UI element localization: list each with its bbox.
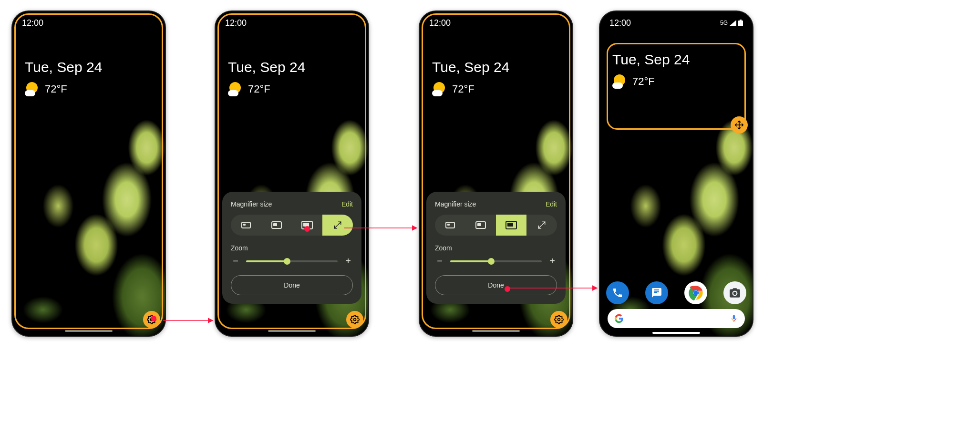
- date-weather-widget[interactable]: Tue, Sep 24 72°F: [25, 59, 102, 96]
- status-bar: 12:00: [420, 11, 572, 34]
- done-button[interactable]: Done: [435, 275, 557, 295]
- panel-title: Magnifier size: [231, 200, 272, 208]
- svg-point-8: [693, 290, 698, 295]
- mic-icon[interactable]: [730, 314, 738, 323]
- nav-handle[interactable]: [65, 330, 113, 332]
- weather-icon: [432, 82, 446, 96]
- svg-point-9: [733, 292, 737, 295]
- size-option-fullscreen[interactable]: [322, 215, 353, 236]
- google-search-bar[interactable]: [608, 309, 745, 328]
- camera-icon: [729, 287, 741, 299]
- size-segmented-control: [435, 215, 557, 236]
- flow-arrow-1: [163, 318, 217, 323]
- zoom-fill: [450, 260, 491, 262]
- date-weather-widget[interactable]: Tue, Sep 24 72°F: [432, 59, 509, 96]
- size-medium-icon: [475, 221, 486, 229]
- zoom-out-button[interactable]: −: [231, 256, 240, 267]
- magnifier-panel: Magnifier size Edit Zoom − + Done: [426, 192, 566, 304]
- panel-title: Magnifier size: [435, 200, 476, 208]
- date-text: Tue, Sep 24: [432, 59, 509, 75]
- messages-app[interactable]: [645, 281, 668, 304]
- weather-row: 72°F: [228, 82, 305, 96]
- status-time: 12:00: [609, 18, 631, 28]
- size-medium-icon: [271, 221, 282, 229]
- zoom-slider-row: − +: [231, 256, 353, 267]
- zoom-fill: [246, 260, 287, 262]
- magnification-settings-button[interactable]: [346, 311, 363, 328]
- google-g-icon: [614, 314, 624, 323]
- temperature-text: 72°F: [45, 83, 67, 95]
- chat-icon: [651, 287, 662, 299]
- size-large-icon: [505, 221, 517, 229]
- magnifier-panel: Magnifier size Edit Zoom − + Done: [222, 192, 361, 304]
- app-dock: [600, 281, 753, 304]
- zoom-slider[interactable]: [450, 260, 542, 262]
- screen-2: 12:00 Tue, Sep 24 72°F Magnifier size Ed…: [215, 10, 369, 337]
- zoom-thumb[interactable]: [488, 258, 495, 265]
- expand-icon: [333, 221, 342, 229]
- size-option-large[interactable]: [292, 215, 322, 236]
- touch-indicator: [505, 286, 510, 292]
- zoom-in-button[interactable]: +: [547, 256, 557, 267]
- svg-rect-4: [740, 20, 742, 21]
- chrome-icon: [685, 282, 706, 303]
- date-weather-widget[interactable]: Tue, Sep 24 72°F: [228, 59, 305, 96]
- touch-indicator: [151, 316, 156, 321]
- weather-row: 72°F: [432, 82, 509, 96]
- temperature-text: 72°F: [248, 83, 270, 95]
- size-option-medium[interactable]: [465, 215, 496, 236]
- status-bar: 12:00: [216, 11, 368, 34]
- magnification-move-handle[interactable]: [731, 116, 748, 134]
- zoom-in-button[interactable]: +: [343, 256, 353, 267]
- expand-icon: [537, 221, 546, 229]
- status-time: 12:00: [22, 18, 43, 28]
- status-bar: 12:00 5G: [600, 11, 753, 34]
- screen-4: 12:00 5G Tue, Sep 24 72°F: [599, 10, 753, 337]
- weather-row: 72°F: [612, 74, 690, 89]
- camera-app[interactable]: [723, 281, 746, 304]
- magnification-settings-button[interactable]: [550, 311, 567, 328]
- zoom-label: Zoom: [435, 244, 557, 252]
- screen-1: 12:00 Tue, Sep 24 72°F: [11, 10, 166, 337]
- zoom-slider-row: − +: [435, 256, 557, 267]
- zoom-label: Zoom: [231, 244, 353, 252]
- edit-link[interactable]: Edit: [546, 200, 557, 208]
- gear-icon: [350, 315, 360, 324]
- panel-header: Magnifier size Edit: [435, 200, 557, 208]
- phone-icon: [612, 287, 623, 299]
- touch-indicator: [304, 226, 310, 232]
- signal-icon: [730, 20, 736, 26]
- nav-handle[interactable]: [472, 330, 520, 332]
- panel-header: Magnifier size Edit: [231, 200, 353, 208]
- weather-icon: [612, 74, 627, 89]
- svg-point-2: [558, 319, 560, 321]
- battery-icon: [738, 20, 743, 26]
- svg-rect-3: [738, 21, 743, 26]
- zoom-out-button[interactable]: −: [435, 256, 444, 267]
- nav-handle[interactable]: [652, 332, 700, 334]
- size-small-icon: [445, 222, 455, 228]
- date-weather-widget[interactable]: Tue, Sep 24 72°F: [612, 52, 690, 89]
- date-text: Tue, Sep 24: [228, 59, 305, 75]
- weather-row: 72°F: [25, 82, 102, 96]
- zoom-thumb[interactable]: [284, 258, 290, 265]
- svg-point-1: [354, 319, 356, 321]
- zoom-slider[interactable]: [246, 260, 338, 262]
- size-option-medium[interactable]: [261, 215, 292, 236]
- size-small-icon: [241, 222, 251, 228]
- size-option-fullscreen[interactable]: [526, 215, 557, 236]
- phone-app[interactable]: [606, 281, 629, 304]
- edit-link[interactable]: Edit: [341, 200, 353, 208]
- date-text: Tue, Sep 24: [612, 52, 690, 68]
- gear-icon: [554, 315, 564, 324]
- nav-handle[interactable]: [268, 330, 316, 332]
- done-button[interactable]: Done: [231, 275, 353, 295]
- status-time: 12:00: [429, 18, 451, 28]
- temperature-text: 72°F: [452, 83, 475, 95]
- chrome-app[interactable]: [684, 281, 707, 304]
- temperature-text: 72°F: [632, 75, 655, 88]
- size-option-large[interactable]: [496, 215, 526, 236]
- size-option-small[interactable]: [435, 215, 465, 236]
- size-option-small[interactable]: [231, 215, 261, 236]
- status-icons: 5G: [720, 20, 743, 26]
